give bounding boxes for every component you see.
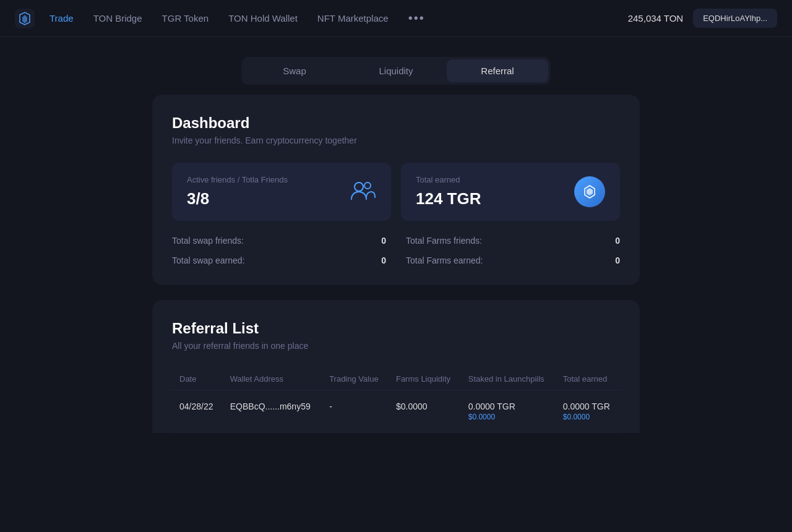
row-trading-value: - (322, 390, 389, 433)
tgr-stat-value: 124 TGR (416, 189, 481, 208)
swap-friends-label: Total swap friends: (172, 236, 244, 246)
nav-tgr-token[interactable]: TGR Token (162, 13, 209, 24)
table-header-row: Date Wallet Address Trading Value Farms … (172, 368, 620, 390)
farms-friends-value: 0 (615, 236, 620, 246)
ton-balance: 245,034 TON (628, 13, 684, 24)
stat-col-left: Total swap friends: 0 Total swap earned:… (172, 236, 386, 265)
friends-icon (349, 177, 376, 207)
col-earned: Total earned (556, 368, 620, 390)
row-earned-main: 0.0000 TGR (563, 401, 613, 411)
referral-list-title: Referral List (172, 320, 620, 337)
dashboard-subtitle: Invite your friends. Earn cryptocurrency… (172, 135, 620, 145)
row-earned-sub: $0.0000 (563, 413, 613, 421)
wallet-button[interactable]: EQDHirLoAYlhp... (693, 9, 777, 28)
row-farms-liquidity: $0.0000 (389, 390, 461, 433)
svg-point-2 (364, 182, 371, 189)
stat-rows: Total swap friends: 0 Total swap earned:… (172, 236, 620, 265)
stat-col-right: Total Farms friends: 0 Total Farms earne… (406, 236, 620, 265)
nav-ton-bridge[interactable]: TON Bridge (93, 13, 142, 24)
farms-friends-row: Total Farms friends: 0 (406, 236, 620, 246)
referral-list-card: Referral List All your referral friends … (152, 300, 640, 433)
col-trading: Trading Value (322, 368, 389, 390)
friends-stat-box: Active friends / Totla Friends 3/8 (172, 163, 391, 221)
tgr-icon (574, 176, 605, 207)
col-wallet: Wallet Address (223, 368, 322, 390)
col-date: Date (172, 368, 223, 390)
tab-swap[interactable]: Swap (244, 59, 345, 82)
col-farms: Farms Liquidity (389, 368, 461, 390)
dashboard-title: Dashboard (172, 114, 620, 132)
swap-earned-row: Total swap earned: 0 (172, 255, 386, 265)
tab-referral[interactable]: Referral (447, 59, 548, 82)
tabs: Swap Liquidity Referral (241, 57, 551, 85)
tgr-stat-box: Total earned 124 TGR (401, 163, 620, 221)
tgr-stat-label: Total earned (416, 175, 481, 184)
friends-stat-label: Active friends / Totla Friends (187, 175, 288, 184)
table-row: 04/28/22 EQBBcQ......m6ny59 - $0.0000 0.… (172, 390, 620, 433)
nav-trade[interactable]: Trade (50, 13, 74, 24)
swap-friends-value: 0 (381, 236, 386, 246)
row-earned: 0.0000 TGR $0.0000 (556, 390, 620, 433)
tab-liquidity[interactable]: Liquidity (345, 59, 447, 82)
farms-friends-label: Total Farms friends: (406, 236, 482, 246)
col-staked: Staked in Launchpiils (461, 368, 556, 390)
friends-stat-value: 3/8 (187, 189, 288, 208)
referral-list-subtitle: All your referral friends in one place (172, 341, 620, 351)
nav-more-dots[interactable]: ••• (408, 11, 425, 25)
nav-nft-marketplace[interactable]: NFT Marketplace (317, 13, 389, 24)
swap-earned-value: 0 (381, 255, 386, 265)
row-date: 04/28/22 (172, 390, 223, 433)
farms-earned-value: 0 (615, 255, 620, 265)
row-staked-sub: $0.0000 (468, 413, 548, 421)
dashboard-card: Dashboard Invite your friends. Earn cryp… (152, 95, 640, 285)
tabs-container: Swap Liquidity Referral (0, 57, 792, 85)
main-content: Dashboard Invite your friends. Earn cryp… (142, 95, 650, 433)
row-wallet: EQBBcQ......m6ny59 (223, 390, 322, 433)
swap-earned-label: Total swap earned: (172, 255, 245, 265)
farms-earned-label: Total Farms earned: (406, 255, 483, 265)
row-staked: 0.0000 TGR $0.0000 (461, 390, 556, 433)
referral-table: Date Wallet Address Trading Value Farms … (172, 368, 620, 433)
stat-boxes: Active friends / Totla Friends 3/8 Total… (172, 163, 620, 221)
nav-ton-hold-wallet[interactable]: TON Hold Wallet (228, 13, 298, 24)
navbar: Trade TON Bridge TGR Token TON Hold Wall… (0, 0, 792, 37)
swap-friends-row: Total swap friends: 0 (172, 236, 386, 246)
nav-links: Trade TON Bridge TGR Token TON Hold Wall… (50, 11, 628, 25)
farms-earned-row: Total Farms earned: 0 (406, 255, 620, 265)
svg-point-1 (355, 182, 363, 191)
row-staked-main: 0.0000 TGR (468, 401, 548, 411)
app-logo[interactable] (15, 9, 35, 28)
nav-right: 245,034 TON EQDHirLoAYlhp... (628, 9, 777, 28)
